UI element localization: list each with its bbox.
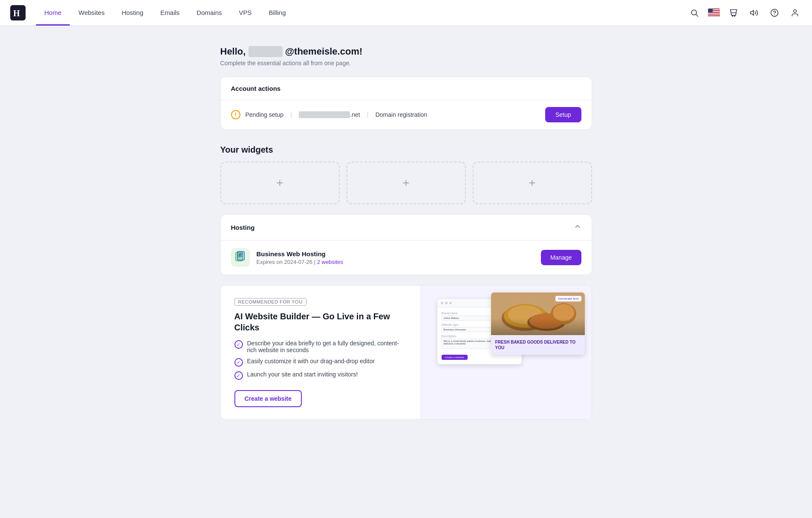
nav-emails[interactable]: Emails — [152, 0, 188, 26]
svg-point-16 — [794, 9, 797, 12]
domain-blur — [299, 111, 350, 118]
widgets-title: Your widgets — [220, 145, 592, 155]
search-button[interactable] — [688, 6, 701, 20]
language-flag[interactable] — [708, 9, 720, 17]
account-actions-card: Account actions ! Pending setup | .net |… — [220, 77, 592, 130]
hosting-icon-wrap — [231, 248, 250, 267]
greeting-title: Hello, @themeisle.com! — [220, 46, 592, 57]
widget-add-1[interactable]: + — [220, 162, 340, 204]
pending-icon: ! — [231, 110, 240, 119]
croissant-heading: FRESH BAKED GOODS DELIVERED TO YOU — [495, 339, 581, 350]
hosting-item: Business Web Hosting Expires on 2024-07-… — [221, 240, 592, 275]
rec-badge: RECOMMENDED FOR YOU — [234, 298, 306, 306]
generate-text-badge: Generate text — [555, 296, 581, 301]
greeting-subtitle: Complete the essential actions all from … — [220, 60, 592, 67]
setup-button[interactable]: Setup — [545, 107, 581, 122]
greeting-section: Hello, @themeisle.com! Complete the esse… — [220, 46, 592, 67]
rec-features: ✓ Describe your idea briefly to get a fu… — [234, 340, 406, 380]
hosting-plan-name: Business Web Hosting — [257, 250, 534, 258]
rec-title: AI Website Builder — Go Live in a Few Cl… — [234, 311, 406, 333]
svg-rect-26 — [239, 256, 243, 257]
croissant-card: Generate text FRESH BAKED GOODS DELIVERE… — [491, 292, 585, 355]
svg-line-3 — [696, 14, 698, 16]
main-content: Hello, @themeisle.com! Complete the esse… — [210, 26, 602, 440]
svg-point-12 — [734, 15, 735, 16]
rec-feature-3: ✓ Launch your site and start inviting vi… — [234, 371, 406, 380]
nav-websites[interactable]: Websites — [70, 0, 113, 26]
svg-text:H: H — [13, 9, 20, 18]
svg-rect-10 — [708, 9, 713, 13]
pending-divider: | — [290, 111, 292, 119]
svg-marker-13 — [751, 10, 754, 15]
hosting-websites-link[interactable]: 2 websites — [317, 259, 343, 265]
store-button[interactable] — [727, 6, 740, 20]
rec-image-section: Brand name Johns Bakery Website type Bus… — [420, 286, 592, 419]
croissant-overlay — [491, 318, 585, 335]
mock-dot-2 — [445, 302, 448, 304]
nav-home[interactable]: Home — [36, 0, 70, 26]
navbar-actions — [688, 6, 802, 20]
user-button[interactable] — [788, 6, 802, 20]
rec-feature-2: ✓ Easily customize it with our drag-and-… — [234, 358, 406, 367]
check-icon-2: ✓ — [234, 358, 243, 367]
croissant-text-area: FRESH BAKED GOODS DELIVERED TO YOU — [491, 335, 585, 355]
hosting-meta: Expires on 2024-07-26 | 2 websites — [257, 259, 534, 265]
svg-rect-7 — [708, 13, 720, 14]
mock-create-btn: Create a website — [442, 355, 468, 360]
svg-point-11 — [732, 15, 733, 16]
pending-label: Pending setup — [246, 111, 284, 118]
manage-button[interactable]: Manage — [541, 250, 581, 265]
hosting-service-icon — [235, 251, 246, 264]
nav-domains[interactable]: Domains — [188, 0, 230, 26]
nav-links: Home Websites Hosting Emails Domains VPS… — [36, 0, 688, 26]
svg-rect-9 — [708, 16, 720, 17]
nav-hosting[interactable]: Hosting — [113, 0, 152, 26]
account-actions-row: ! Pending setup | .net | Domain registra… — [221, 100, 592, 129]
hosting-section: Hosting — [220, 214, 592, 275]
pending-type: Domain registration — [376, 111, 427, 118]
notifications-button[interactable] — [747, 6, 761, 20]
check-icon-3: ✓ — [234, 371, 243, 380]
svg-rect-24 — [239, 253, 243, 254]
svg-rect-25 — [239, 255, 242, 255]
hosting-header[interactable]: Hosting — [221, 215, 592, 240]
widget-add-3[interactable]: + — [473, 162, 592, 204]
check-icon-1: ✓ — [234, 340, 243, 349]
mock-dot-3 — [449, 302, 452, 304]
nav-billing[interactable]: Billing — [260, 0, 295, 26]
navbar: H Home Websites Hosting Emails Domains V… — [0, 0, 812, 26]
logo[interactable]: H — [10, 5, 26, 20]
help-button[interactable] — [768, 6, 781, 20]
rec-content: RECOMMENDED FOR YOU AI Website Builder —… — [221, 286, 420, 419]
mock-dot-1 — [441, 302, 443, 304]
svg-rect-8 — [708, 14, 720, 15]
croissant-image: Generate text — [491, 292, 585, 335]
widgets-grid: + + + — [220, 162, 592, 204]
account-actions-header: Account actions — [221, 77, 592, 100]
hosting-info: Business Web Hosting Expires on 2024-07-… — [257, 250, 534, 265]
pending-domain: .net — [299, 111, 360, 118]
greeting-email-blur — [249, 46, 283, 57]
recommendation-card: RECOMMENDED FOR YOU AI Website Builder —… — [220, 285, 592, 420]
create-website-button[interactable]: Create a website — [234, 390, 302, 407]
rec-feature-1: ✓ Describe your idea briefly to get a fu… — [234, 340, 406, 353]
pending-divider-2: | — [367, 111, 369, 119]
widget-add-2[interactable]: + — [347, 162, 466, 204]
nav-vps[interactable]: VPS — [231, 0, 260, 26]
chevron-up-icon — [574, 223, 581, 232]
hosting-title: Hosting — [231, 224, 255, 231]
